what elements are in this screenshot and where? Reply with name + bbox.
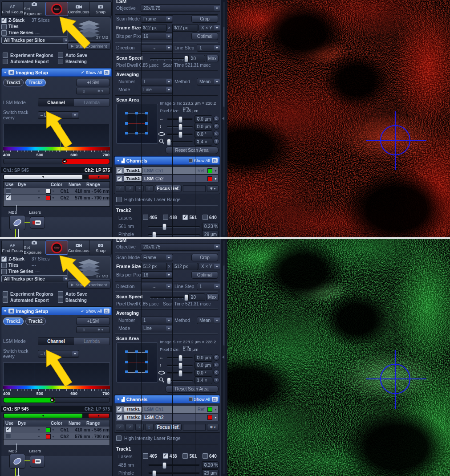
laser-488-checkbox[interactable] [163, 215, 168, 220]
automated-export-checkbox[interactable] [3, 297, 8, 303]
collapse-arrow-icon[interactable] [222, 117, 224, 120]
tiles-checkbox[interactable] [1, 263, 7, 268]
pinhole-thumb[interactable] [152, 470, 156, 476]
zoom-reset-button[interactable]: 1 [213, 377, 219, 383]
channel-row-ch1[interactable]: ▼ ▼ Ch1 410 nm - 546 nm [4, 426, 109, 433]
offset-y-reset-button[interactable]: C [213, 362, 219, 368]
collapse-arrow-icon[interactable] [222, 355, 224, 359]
track1-color-swatch[interactable] [207, 168, 212, 173]
switch-track-dropdown[interactable]: – Line ▼ [38, 350, 79, 358]
rotation-slider[interactable] [167, 134, 193, 135]
ch2-color-swatch[interactable] [46, 195, 51, 200]
laser-640-checkbox[interactable] [203, 453, 208, 459]
frame-height-spinner[interactable]: 512 px▲▼ [172, 24, 198, 32]
add-icon[interactable]: + [135, 185, 144, 192]
rotation-spinner[interactable]: 0.0 °▲▼ [195, 130, 212, 138]
frame-width-spinner[interactable]: 512 px▲▼ [141, 263, 167, 270]
reset-scan-area-button[interactable]: Reset Scan Area [165, 385, 219, 393]
collapse-icon[interactable]: ▼ [4, 71, 7, 74]
laser-488-option[interactable]: 488 [163, 215, 177, 220]
panel-splitter[interactable] [220, 0, 228, 237]
tracks-per-slice-dropdown[interactable]: All Tracks per Slice ▼ [1, 275, 70, 282]
optimal-button[interactable]: Optimal [191, 271, 218, 279]
confirm-icon[interactable]: ✓ [116, 424, 124, 431]
crop-button[interactable]: Crop [191, 254, 218, 261]
collapse-icon[interactable]: ▼ [4, 309, 7, 313]
laser-640-option[interactable]: 640 [203, 453, 217, 459]
lambda-mode-button[interactable]: Lambda [74, 338, 109, 345]
pinhole-slider[interactable] [148, 234, 200, 236]
spectrum-display[interactable] [3, 124, 110, 147]
line-step-dropdown[interactable]: 1▼ [197, 283, 221, 290]
auto-save-checkbox[interactable] [58, 291, 63, 297]
objective-dropdown[interactable]: 20x/0.75▼ [141, 243, 221, 251]
stop-button[interactable]: Stop [45, 240, 68, 255]
ch1-gradient-slider[interactable]: ▼ [4, 414, 82, 418]
rotation-spinner[interactable]: 0.0 °▲▼ [195, 369, 212, 377]
experiment-regions-checkbox[interactable] [3, 53, 8, 58]
laser-power-spinner[interactable]: 0.20 %▲▼ [202, 461, 219, 469]
mbs-button[interactable] [9, 454, 25, 469]
gear-icon[interactable]: ✱ ▾ [97, 328, 103, 332]
scan-mode-dropdown[interactable]: Frame▼ [141, 254, 173, 261]
track1-enabled-checkbox[interactable] [117, 407, 122, 412]
rotation-reset-button[interactable]: 0 [213, 131, 219, 137]
snap-button[interactable]: Snap [90, 2, 111, 16]
confirm-icon[interactable]: ✓ [116, 185, 124, 192]
scrollbar-thumb[interactable] [223, 265, 225, 346]
focus-ref-field[interactable] [183, 185, 206, 192]
scrollbar-thumb[interactable] [223, 27, 225, 107]
pinhole-slider[interactable] [148, 472, 200, 474]
move-up-icon[interactable]: ↗ [126, 424, 134, 431]
channel-mode-button[interactable]: Channel [38, 99, 74, 106]
add-lsm-button[interactable]: +LSM [76, 317, 110, 325]
lambda-mode-button[interactable]: Lambda [74, 99, 109, 106]
offset-y-spinner[interactable]: 0.0 µm▲▼ [195, 123, 212, 130]
start-experiment-button[interactable]: ▶ Start Experiment [67, 42, 111, 50]
ch1-use-checkbox[interactable] [6, 188, 11, 194]
pinhole-thumb[interactable] [152, 232, 156, 237]
averaging-number-dropdown[interactable]: 1▼ [141, 78, 173, 85]
ch2-use-checkbox[interactable] [6, 195, 11, 200]
time-series-checkbox[interactable] [1, 30, 7, 36]
averaging-mode-dropdown[interactable]: Line▼ [141, 325, 173, 332]
lasers-button[interactable] [30, 455, 45, 468]
scan-speed-max-button[interactable]: Max [206, 293, 219, 301]
collapse-icon[interactable]: ▼ [117, 159, 120, 162]
scan-speed-max-button[interactable]: Max [206, 55, 219, 62]
continuous-button[interactable]: Continuous [68, 240, 90, 255]
ch1-dye-dropdown[interactable]: ▼ [14, 428, 43, 431]
zoom-spinner[interactable]: 1.4 ×▲▼ [195, 138, 212, 146]
popout-icon[interactable]: ◳ [104, 309, 109, 313]
track1-color-swatch[interactable] [207, 407, 212, 412]
add-icon[interactable]: + [135, 424, 144, 431]
collapse-icon[interactable]: ▼ [117, 398, 120, 401]
detection-range-slider[interactable]: ▶ [3, 397, 110, 403]
bleaching-checkbox[interactable] [58, 59, 63, 64]
continuous-button[interactable]: Continuous [68, 2, 90, 16]
popout-icon[interactable]: ◳ [212, 158, 218, 163]
imaging-setup-header[interactable]: ▼ ▣ Imaging Setup ✓ Show All ◳ [1, 68, 112, 77]
delete-track-icon[interactable]: ▯ [83, 89, 85, 93]
averaging-number-dropdown[interactable]: 1▼ [141, 317, 173, 324]
laser-561-option[interactable]: 561 [182, 453, 197, 459]
bits-per-pixel-dropdown[interactable]: 16▼ [141, 271, 173, 279]
focus-ref-button[interactable]: Focus Ref. [155, 185, 182, 192]
optimal-button[interactable]: Optimal [191, 33, 218, 40]
delete-track-icon[interactable]: ▯ [83, 328, 85, 332]
show-all-toggle[interactable]: ✓ Show All [81, 70, 102, 75]
averaging-method-dropdown[interactable]: Mean▼ [197, 317, 221, 324]
channels-track2-row[interactable]: Track2 LSM Ch2 ▼ [116, 175, 219, 183]
laser-561-checkbox[interactable] [182, 453, 188, 459]
show-all-checkbox[interactable] [189, 397, 193, 401]
microscope-image[interactable] [227, 239, 450, 476]
show-all-checkbox[interactable] [189, 159, 193, 163]
laser-640-checkbox[interactable] [203, 215, 208, 220]
direction-dropdown[interactable]: →▼ [141, 283, 173, 290]
hilr-checkbox[interactable] [116, 435, 122, 441]
tiles-checkbox[interactable] [1, 24, 7, 29]
ch2-dye-dropdown[interactable]: ▼ [14, 435, 43, 438]
laser-488-checkbox[interactable] [163, 453, 168, 459]
ch2-use-checkbox[interactable] [6, 434, 11, 439]
offset-x-reset-button[interactable]: C [213, 354, 219, 361]
